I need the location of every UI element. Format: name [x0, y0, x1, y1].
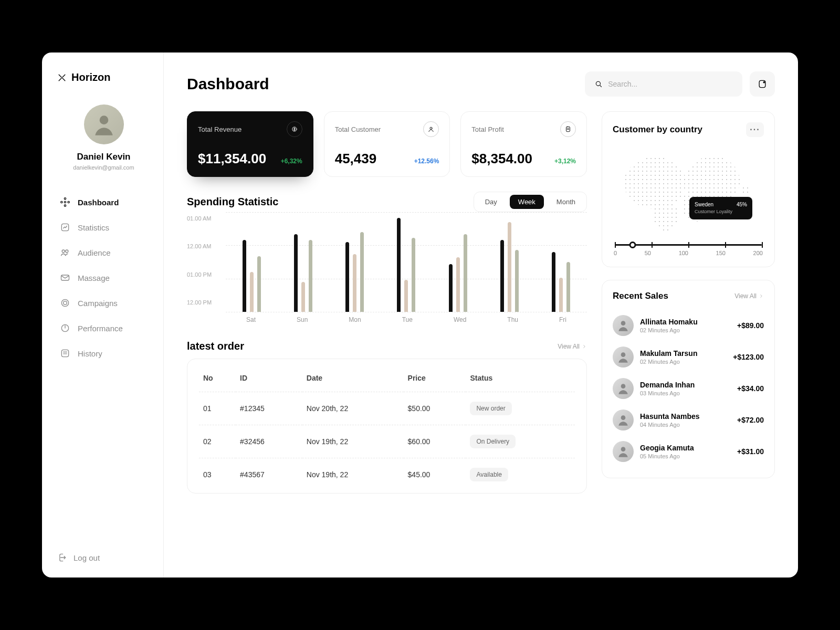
sale-row[interactable]: Allinata Homaku02 Minutes Ago+$89.00 — [613, 310, 764, 341]
bar-group — [345, 212, 364, 312]
kpi-card[interactable]: Total Profit$8,354.00+3,12% — [460, 111, 587, 177]
slider-tick-label: 0 — [614, 250, 617, 256]
svg-point-8 — [66, 250, 68, 253]
slider-tick — [615, 242, 616, 248]
bar — [508, 222, 511, 312]
search-icon — [594, 79, 603, 89]
y-tick: 01.00 PM — [187, 271, 226, 278]
kpi-delta: +12.56% — [414, 158, 439, 165]
logout-button[interactable]: Log out — [57, 552, 151, 563]
sidebar-item-label: History — [78, 349, 102, 358]
sale-name: Hasunta Nambes — [640, 412, 700, 421]
sidebar-item-audience[interactable]: Audience — [57, 242, 151, 263]
cell-date: Nov 19th, 22 — [302, 425, 404, 458]
person-icon — [616, 413, 630, 427]
bar — [294, 234, 298, 312]
country-slider[interactable] — [615, 244, 762, 246]
avatar[interactable] — [84, 104, 124, 144]
table-row[interactable]: 02#32456Nov 19th, 22$60.00On Delivery — [199, 425, 575, 458]
bar — [464, 234, 467, 312]
notification-button[interactable] — [750, 71, 775, 97]
recent-sales-card: Recent Sales View All Allinata Homaku02 … — [602, 280, 775, 478]
cell-id: #43567 — [236, 458, 302, 491]
search-input[interactable] — [608, 80, 733, 88]
cell-no: 03 — [199, 458, 236, 491]
svg-point-21 — [621, 352, 626, 357]
kpi-card[interactable]: Total Revenue$11,354.00+6,32% — [187, 111, 313, 177]
tooltip-country: Sweden — [695, 201, 713, 208]
svg-point-11 — [64, 301, 67, 305]
sale-amount: +$72.00 — [737, 416, 764, 424]
bar — [559, 278, 563, 312]
segment-day[interactable]: Day — [477, 195, 506, 209]
topbar: Dashboard — [187, 71, 775, 97]
sales-view-all[interactable]: View All — [734, 292, 764, 300]
sale-info: Hasunta Nambes04 Minutes Ago — [640, 412, 700, 428]
stats-icon — [60, 222, 70, 233]
note-icon — [560, 121, 576, 137]
sale-amount: +$89.00 — [737, 321, 764, 330]
slider-tick — [688, 242, 689, 248]
svg-point-4 — [61, 201, 62, 203]
audience-icon — [60, 247, 70, 258]
sale-name: Demanda Inhan — [640, 381, 695, 389]
svg-point-20 — [621, 321, 626, 326]
avatar — [613, 315, 634, 336]
svg-point-7 — [62, 250, 65, 253]
cell-price: $50.00 — [404, 392, 466, 425]
x-tick: Fri — [559, 316, 566, 323]
logout-label: Log out — [74, 553, 100, 562]
sidebar-item-performance[interactable]: Performance — [57, 318, 151, 339]
cell-id: #32456 — [236, 425, 302, 458]
sale-row[interactable]: Demanda Inhan03 Minutes Ago+$34.00 — [613, 373, 764, 404]
bar — [552, 252, 555, 312]
sale-row[interactable]: Hasunta Nambes04 Minutes Ago+$72.00 — [613, 404, 764, 436]
person-icon — [616, 319, 630, 332]
kpi-value: 45,439 — [335, 151, 377, 167]
segment-week[interactable]: Week — [510, 195, 544, 209]
tooltip-value: 45% — [737, 201, 747, 208]
avatar — [613, 378, 634, 399]
svg-point-18 — [430, 127, 432, 129]
profile-email: danielkevin@gmail.com — [73, 164, 134, 171]
country-more-button[interactable]: ··· — [746, 122, 764, 137]
kpi-card[interactable]: Total Customer45,439+12.56% — [324, 111, 450, 177]
sale-info: Geogia Kamuta05 Minutes Ago — [640, 444, 694, 459]
svg-point-14 — [596, 81, 600, 86]
sidebar-item-statistics[interactable]: Statistics — [57, 217, 151, 238]
y-tick: 12.00 PM — [187, 299, 226, 306]
kpi-label: Total Customer — [335, 125, 381, 133]
profile-name: Daniel Kevin — [77, 152, 130, 162]
orders-section: latest order View All NoIDDatePriceStatu… — [187, 340, 587, 494]
bar — [309, 240, 312, 312]
cell-id: #12345 — [236, 392, 302, 425]
chart-x-axis: SatSunMonTueWedThuFri — [226, 312, 587, 328]
slider-tick-label: 100 — [679, 250, 688, 256]
bars — [226, 212, 587, 312]
search-field[interactable] — [585, 71, 742, 97]
table-row[interactable]: 01#12345Nov 20th, 22$50.00New order — [199, 392, 575, 425]
table-row[interactable]: 03#43567Nov 19th, 22$45.00Available — [199, 458, 575, 491]
sidebar-item-history[interactable]: History — [57, 343, 151, 364]
sale-row[interactable]: Geogia Kamuta05 Minutes Ago+$31.00 — [613, 436, 764, 467]
cell-status: On Delivery — [466, 425, 575, 458]
status-badge: On Delivery — [470, 435, 516, 448]
sale-name: Geogia Kamuta — [640, 444, 694, 452]
person-icon — [91, 111, 117, 138]
sale-row[interactable]: Makulam Tarsun02 Minutes Ago+$123.00 — [613, 341, 764, 373]
world-map[interactable] — [613, 145, 764, 235]
avatar — [613, 346, 634, 368]
sidebar-item-dashboard[interactable]: Dashboard — [57, 192, 151, 213]
sidebar-item-massage[interactable]: Massage — [57, 267, 151, 288]
tooltip-sub: Customer Loyality — [695, 208, 747, 215]
slider-handle[interactable] — [629, 242, 636, 248]
svg-point-16 — [763, 81, 765, 83]
chart-title: Spending Statistic — [187, 196, 278, 208]
bar-group — [243, 212, 261, 312]
orders-view-all[interactable]: View All — [558, 343, 587, 350]
sidebar-item-campaigns[interactable]: Campaigns — [57, 292, 151, 313]
y-tick: 01.00 AM — [187, 215, 226, 222]
segment-month[interactable]: Month — [548, 195, 584, 209]
sale-time: 05 Minutes Ago — [640, 453, 694, 459]
svg-point-5 — [68, 201, 69, 203]
